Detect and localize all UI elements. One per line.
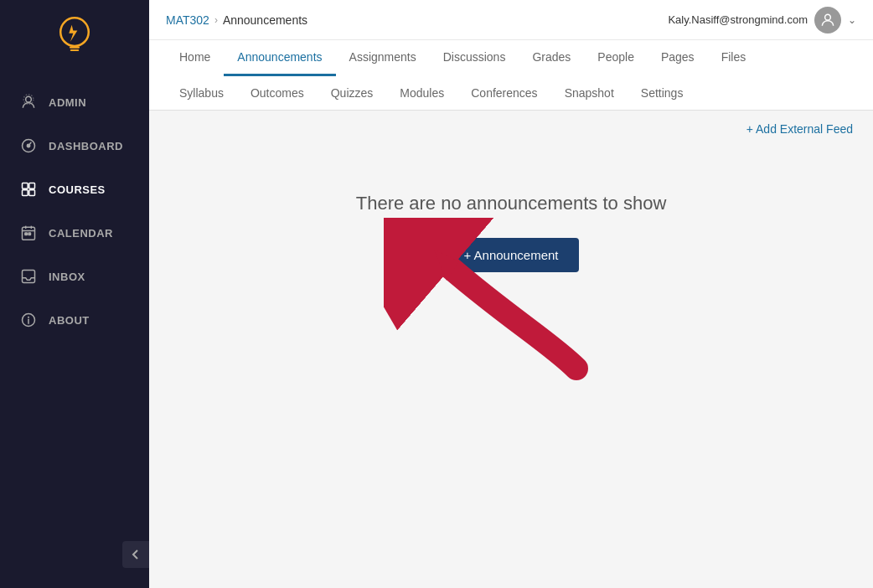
dashboard-icon (20, 137, 37, 154)
courses-icon (20, 181, 37, 198)
breadcrumb-current-page: Announcements (223, 13, 307, 27)
tab-announcements[interactable]: Announcements (224, 40, 335, 76)
inbox-icon (20, 268, 37, 285)
sidebar-item-inbox[interactable]: INBOX (0, 255, 149, 298)
user-email: Kaly.Nasiff@strongmind.com (668, 13, 808, 26)
sidebar-item-courses-label: COURSES (49, 183, 106, 196)
svg-point-21 (825, 14, 831, 20)
svg-point-3 (26, 96, 32, 102)
content-toolbar: + Add External Feed (149, 111, 873, 142)
logo-icon (53, 15, 96, 59)
breadcrumb: MAT302 › Announcements (166, 13, 307, 27)
tab-modules[interactable]: Modules (386, 78, 457, 110)
tab-home[interactable]: Home (166, 40, 224, 76)
tab-outcomes[interactable]: Outcomes (237, 78, 318, 110)
sidebar-item-inbox-label: INBOX (49, 271, 85, 283)
sidebar-item-courses[interactable]: COURSES (0, 168, 149, 211)
empty-state: There are no announcements to show + Ann… (149, 142, 873, 588)
sidebar-item-admin[interactable]: ADMIN (0, 80, 149, 124)
tab-quizzes[interactable]: Quizzes (318, 78, 387, 110)
sidebar-item-dashboard[interactable]: DASHBOARD (0, 124, 149, 168)
sidebar-logo (0, 0, 149, 74)
admin-icon (20, 94, 37, 111)
svg-rect-10 (29, 190, 35, 196)
svg-rect-16 (28, 233, 31, 235)
topbar: MAT302 › Announcements Kaly.Nasiff@stron… (149, 0, 873, 40)
sidebar-collapse-area (0, 541, 149, 568)
tab-settings[interactable]: Settings (628, 78, 697, 110)
tab-grades[interactable]: Grades (519, 40, 584, 76)
tab-people[interactable]: People (584, 40, 648, 76)
tab-row-secondary: Syllabus Outcomes Quizzes Modules Confer… (166, 76, 856, 110)
user-avatar-icon (819, 12, 836, 28)
tab-files[interactable]: Files (708, 40, 760, 76)
nav-tabs: Home Announcements Assignments Discussio… (149, 40, 873, 111)
breadcrumb-separator: › (214, 14, 218, 26)
sidebar-navigation: ADMIN DASHBOARD COURSES (0, 80, 149, 342)
tab-discussions[interactable]: Discussions (430, 40, 519, 76)
sidebar-item-admin-label: ADMIN (49, 96, 86, 109)
svg-rect-15 (25, 233, 27, 235)
tab-snapshot[interactable]: Snapshot (551, 78, 628, 110)
sidebar-collapse-button[interactable] (122, 541, 149, 568)
main-content-area: MAT302 › Announcements Kaly.Nasiff@stron… (149, 0, 873, 588)
user-area: Kaly.Nasiff@strongmind.com ⌄ (668, 7, 856, 34)
add-announcement-button[interactable]: + Announcement (443, 238, 578, 272)
tab-assignments[interactable]: Assignments (336, 40, 430, 76)
tab-syllabus[interactable]: Syllabus (166, 78, 237, 110)
avatar[interactable] (814, 7, 841, 34)
tab-conferences[interactable]: Conferences (457, 78, 550, 110)
sidebar-item-about[interactable]: ABOUT (0, 298, 149, 342)
about-icon (20, 312, 37, 328)
svg-rect-7 (23, 183, 28, 189)
add-external-feed-button[interactable]: + Add External Feed (746, 122, 853, 136)
chevron-left-icon (130, 549, 142, 560)
sidebar-item-about-label: ABOUT (49, 314, 90, 327)
content-area: + Add External Feed There are no announc… (149, 111, 873, 588)
calendar-icon (20, 224, 37, 241)
empty-state-message: There are no announcements to show (356, 193, 667, 214)
svg-rect-9 (23, 190, 28, 196)
svg-rect-8 (29, 183, 35, 189)
user-dropdown-arrow[interactable]: ⌄ (848, 14, 856, 26)
sidebar-item-dashboard-label: DASHBOARD (49, 140, 123, 152)
breadcrumb-course-link[interactable]: MAT302 (166, 13, 209, 27)
svg-point-6 (27, 144, 29, 147)
tab-pages[interactable]: Pages (648, 40, 708, 76)
tab-row-primary: Home Announcements Assignments Discussio… (166, 40, 856, 76)
svg-rect-17 (23, 271, 35, 283)
sidebar-item-calendar-label: CALENDAR (49, 227, 113, 240)
sidebar-item-calendar[interactable]: CALENDAR (0, 211, 149, 255)
sidebar: ADMIN DASHBOARD COURSES (0, 0, 149, 588)
